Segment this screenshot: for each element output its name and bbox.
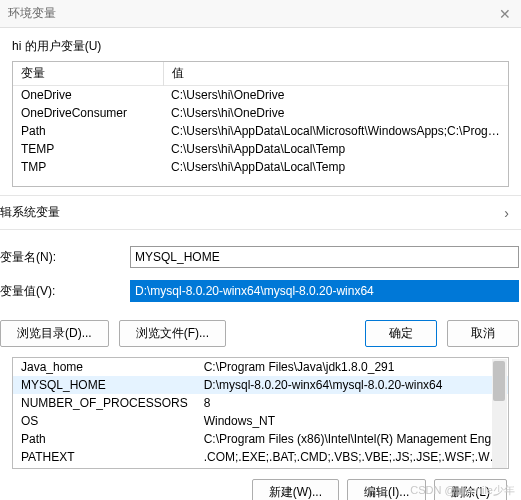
cancel-button[interactable]: 取消 bbox=[447, 320, 519, 347]
table-row[interactable]: Java_homeC:\Program Files\Java\jdk1.8.0_… bbox=[13, 358, 509, 376]
var-value-row: 变量值(V): D:\mysql-8.0.20-winx64\mysql-8.0… bbox=[0, 274, 521, 308]
var-value-input[interactable]: D:\mysql-8.0.20-winx64\mysql-8.0.20-winx… bbox=[130, 280, 519, 302]
table-row[interactable]: OneDriveConsumerC:\Users\hi\OneDrive bbox=[13, 104, 508, 122]
table-row[interactable]: TEMPC:\Users\hi\AppData\Local\Temp bbox=[13, 140, 508, 158]
browse-dir-button[interactable]: 浏览目录(D)... bbox=[0, 320, 109, 347]
close-icon[interactable]: ✕ bbox=[499, 6, 511, 22]
user-vars-table[interactable]: 变量 值 OneDriveC:\Users\hi\OneDrive OneDri… bbox=[12, 61, 509, 187]
var-value-label: 变量值(V): bbox=[0, 283, 130, 300]
var-name-input[interactable] bbox=[130, 246, 519, 268]
var-name-label: 变量名(N): bbox=[0, 249, 130, 266]
table-row[interactable]: TMPC:\Users\hi\AppData\Local\Temp bbox=[13, 158, 508, 176]
system-vars-table[interactable]: Java_homeC:\Program Files\Java\jdk1.8.0_… bbox=[12, 357, 509, 469]
table-row[interactable]: PathC:\Program Files (x86)\Intel\Intel(R… bbox=[13, 430, 509, 448]
var-name-row: 变量名(N): bbox=[0, 240, 521, 274]
col-header-value[interactable]: 值 bbox=[163, 62, 508, 86]
edit-dialog-title: 辑系统变量 › bbox=[0, 195, 521, 230]
edit-dialog-buttons: 浏览目录(D)... 浏览文件(F)... 确定 取消 bbox=[0, 308, 521, 357]
scrollbar-thumb[interactable] bbox=[493, 361, 505, 401]
table-row[interactable]: PATHEXT.COM;.EXE;.BAT;.CMD;.VBS;.VBE;.JS… bbox=[13, 448, 509, 466]
window-title: 环境变量 bbox=[8, 5, 56, 22]
user-variables-group: hi 的用户变量(U) 变量 值 OneDriveC:\Users\hi\One… bbox=[0, 28, 521, 195]
scrollbar[interactable] bbox=[492, 359, 507, 469]
titlebar: 环境变量 ✕ bbox=[0, 0, 521, 28]
table-row[interactable]: MYSQL_HOMED:\mysql-8.0.20-winx64\mysql-8… bbox=[13, 376, 509, 394]
ok-button[interactable]: 确定 bbox=[365, 320, 437, 347]
table-row[interactable]: NUMBER_OF_PROCESSORS8 bbox=[13, 394, 509, 412]
user-vars-label: hi 的用户变量(U) bbox=[12, 38, 509, 55]
chevron-right-icon[interactable]: › bbox=[504, 205, 515, 221]
new-button[interactable]: 新建(W)... bbox=[252, 479, 339, 500]
table-row[interactable]: OneDriveC:\Users\hi\OneDrive bbox=[13, 86, 508, 105]
table-row[interactable]: OSWindows_NT bbox=[13, 412, 509, 430]
table-row[interactable]: PathC:\Users\hi\AppData\Local\Microsoft\… bbox=[13, 122, 508, 140]
watermark: CSDN @juvenile少年 bbox=[410, 483, 515, 498]
col-header-name[interactable]: 变量 bbox=[13, 62, 163, 86]
browse-file-button[interactable]: 浏览文件(F)... bbox=[119, 320, 226, 347]
